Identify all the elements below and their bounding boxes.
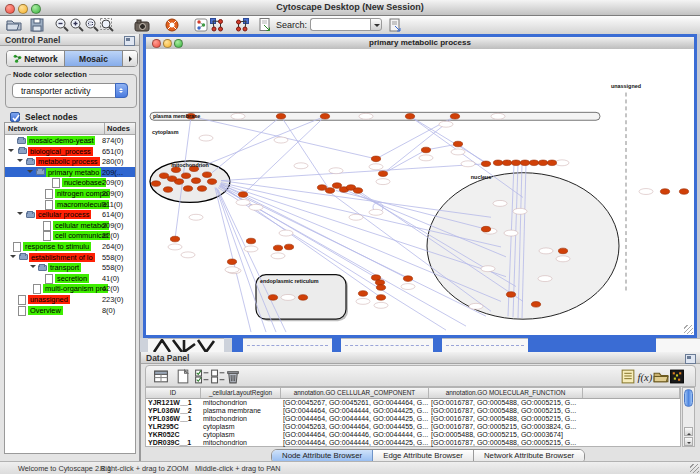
- background-window[interactable]: [341, 338, 433, 352]
- column-header[interactable]: annotation.GO MOLECULAR_FUNCTION: [429, 388, 583, 398]
- network-node[interactable]: [284, 244, 293, 250]
- tree-row-multi-organism-pro[interactable]: multi-organism pro42(0): [5, 283, 135, 294]
- zoom-fit-icon[interactable]: [98, 17, 116, 33]
- network-node[interactable]: [376, 295, 385, 301]
- attribute-matrix-icon[interactable]: [668, 368, 686, 385]
- network-node[interactable]: [371, 156, 380, 162]
- network-node[interactable]: [238, 192, 247, 198]
- table-row-ypl036w__2[interactable]: YPL036W__2plasma membrane[GO:0044464, GO…: [146, 407, 680, 415]
- background-window-art[interactable]: [148, 338, 224, 352]
- disclosure-triangle-icon[interactable]: [27, 170, 33, 176]
- network-node[interactable]: [276, 114, 285, 120]
- network-node[interactable]: [502, 160, 511, 166]
- tree-row-primary-metabo[interactable]: primary metabo209(...: [5, 167, 135, 178]
- network-node[interactable]: [353, 188, 362, 194]
- table-row-yjr121w__1[interactable]: YJR121W__1mitochondrion[GO:0045267, GO:0…: [146, 399, 680, 407]
- table-row-ylr295c[interactable]: YLR295Ccytoplasm[GO:0045263, GO:0044464,…: [146, 423, 680, 431]
- search-config-icon[interactable]: [386, 17, 404, 33]
- network-node[interactable]: [159, 173, 168, 179]
- background-window[interactable]: [656, 338, 700, 352]
- network-node[interactable]: [547, 160, 556, 166]
- network-node[interactable]: [450, 114, 459, 120]
- float-panel-icon[interactable]: [124, 36, 135, 46]
- network-node[interactable]: [405, 114, 414, 120]
- tree-row-metabolic-process[interactable]: metabolic process280(0): [5, 156, 135, 167]
- tree-row-overview[interactable]: Overview8(0): [5, 305, 135, 316]
- app-resize-grip[interactable]: [690, 464, 699, 473]
- disclosure-triangle-icon[interactable]: [17, 212, 23, 218]
- network-node[interactable]: [376, 285, 385, 291]
- select-nodes-checkbox[interactable]: [10, 112, 20, 122]
- tab-network[interactable]: Network: [7, 51, 65, 66]
- network-node[interactable]: [481, 226, 490, 232]
- background-window[interactable]: [442, 338, 528, 352]
- more-tabs-arrow[interactable]: [123, 51, 137, 66]
- tree-row-mosaic-demo-yeast[interactable]: mosaic-demo-yeast874(0): [5, 135, 135, 146]
- disclosure-triangle-icon[interactable]: [10, 255, 16, 261]
- tree-row-cellular-metabol[interactable]: cellular metabol209(0): [5, 220, 135, 231]
- scroll-up-icon[interactable]: [684, 427, 693, 436]
- network-node[interactable]: [679, 189, 688, 195]
- network-node[interactable]: [320, 114, 329, 120]
- network-node[interactable]: [506, 292, 515, 298]
- column-header[interactable]: [583, 388, 680, 398]
- disclosure-triangle-icon[interactable]: [30, 265, 36, 271]
- network-node[interactable]: [511, 160, 520, 166]
- scrollbar-thumb[interactable]: [684, 389, 693, 407]
- network-node[interactable]: [538, 160, 547, 166]
- background-window-border[interactable]: [232, 338, 243, 352]
- scroll-down-icon[interactable]: [684, 437, 693, 446]
- network-node[interactable]: [531, 302, 540, 308]
- network-node[interactable]: [197, 186, 206, 192]
- network-node[interactable]: [378, 171, 387, 177]
- network-node[interactable]: [453, 141, 462, 147]
- tree-row-cellular-process[interactable]: cellular process614(0): [5, 209, 135, 220]
- attribute-select-icon[interactable]: [152, 368, 170, 385]
- background-window-border[interactable]: [528, 338, 656, 352]
- tree-row-nucleobase-[interactable]: nucleobase-209(0): [5, 177, 135, 188]
- tree-row-unassigned[interactable]: unassigned223(0): [5, 294, 135, 305]
- tree-row-macromolecule[interactable]: macromolecule311(0): [5, 199, 135, 210]
- delete-attribute-icon[interactable]: [224, 368, 242, 385]
- table-row-ykr052c[interactable]: YKR052Ccytoplasm[GO:0044464, GO:0044446,…: [146, 431, 680, 439]
- network-node[interactable]: [151, 181, 160, 187]
- layout-two-icon[interactable]: [233, 17, 251, 33]
- column-header[interactable]: ID: [146, 388, 201, 398]
- network-node[interactable]: [163, 187, 172, 193]
- network-node[interactable]: [167, 176, 176, 182]
- attribute-editor-icon[interactable]: [619, 368, 637, 385]
- network-node[interactable]: [207, 179, 216, 185]
- disclosure-triangle-icon[interactable]: [8, 149, 14, 155]
- table-row-ypl036w__1[interactable]: YPL036W__1mitochondrion[GO:0044464, GO:0…: [146, 415, 680, 423]
- network-node[interactable]: [317, 185, 326, 191]
- table-row-ydr039c__1[interactable]: YDR039C__1mitochondrion[GO:0044464, GO:0…: [146, 439, 680, 447]
- import-annotations-icon[interactable]: [256, 17, 274, 33]
- tree-row-secretion[interactable]: secretion41(0): [5, 273, 135, 284]
- network-node[interactable]: [481, 161, 490, 167]
- float-panel-icon[interactable]: [685, 354, 696, 364]
- tree-row-biological-process[interactable]: biological_process651(0): [5, 146, 135, 157]
- network-node[interactable]: [273, 245, 282, 251]
- tree-row-transport[interactable]: transport558(0): [5, 262, 135, 273]
- tree-row-response-to-stimulu[interactable]: response to stimulu264(0): [5, 241, 135, 252]
- snapshot-icon[interactable]: [133, 17, 151, 33]
- background-window[interactable]: [243, 338, 332, 352]
- network-node[interactable]: [246, 238, 255, 244]
- network-node[interactable]: [421, 147, 430, 153]
- tree-row-cell-communicat[interactable]: cell communicat22(0): [5, 230, 135, 241]
- network-canvas[interactable]: plasma membranecytoplasmmitochondrionnuc…: [146, 49, 694, 335]
- new-attribute-icon[interactable]: [174, 368, 192, 385]
- network-node[interactable]: [183, 186, 192, 192]
- column-header[interactable]: _cellularLayoutRegion: [201, 388, 281, 398]
- tree-row-nitrogen-compo[interactable]: nitrogen compo209(0): [5, 188, 135, 199]
- search-dropdown-arrow[interactable]: [370, 18, 382, 31]
- background-window-border[interactable]: [433, 338, 442, 352]
- network-node[interactable]: [403, 276, 412, 282]
- network-node[interactable]: [660, 189, 669, 195]
- column-header[interactable]: annotation.GO CELLULAR_COMPONENT: [281, 388, 429, 398]
- background-window-border[interactable]: [332, 338, 341, 352]
- node-color-dropdown[interactable]: transporter activity: [12, 83, 128, 98]
- disclosure-triangle-icon[interactable]: [17, 159, 23, 165]
- network-node[interactable]: [493, 160, 502, 166]
- network-node[interactable]: [298, 295, 307, 301]
